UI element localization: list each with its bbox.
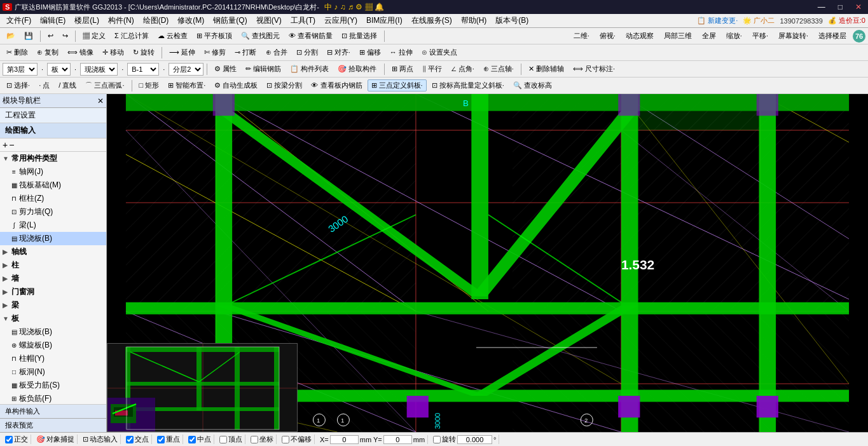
- toolbar-fullscreen[interactable]: 全屏: [698, 30, 720, 43]
- toolbar-undo[interactable]: ↩: [44, 30, 57, 41]
- two-point-btn[interactable]: ⊞ 两点: [388, 63, 417, 75]
- menu-floor[interactable]: 楼层(L): [71, 14, 103, 27]
- status-ortho[interactable]: 正交: [3, 435, 31, 444]
- minimap[interactable]: [107, 343, 298, 432]
- menu-view[interactable]: 视图(V): [252, 14, 286, 27]
- dimension-btn[interactable]: ⟺ 尺寸标注·: [569, 63, 619, 75]
- status-dynamic[interactable]: ⊡ 动态输入: [80, 435, 121, 444]
- sidebar-minus-icon[interactable]: −: [9, 140, 14, 150]
- sidebar-single[interactable]: 单构件输入: [0, 404, 106, 418]
- view-rebar-btn[interactable]: 👁 查看板内钢筋: [307, 79, 366, 91]
- split-by-beam-btn[interactable]: ⊡ 按梁分割: [263, 79, 306, 91]
- midpoint-check[interactable]: [188, 436, 196, 443]
- tree-slab-neg[interactable]: ⊞ 板负筋(F): [0, 392, 106, 404]
- intersection-check[interactable]: [126, 436, 134, 443]
- move-btn[interactable]: ✛ 移动: [99, 46, 128, 58]
- title-controls[interactable]: — □ ✕: [814, 3, 865, 11]
- toolbar-save[interactable]: 💾: [20, 30, 37, 41]
- y-input[interactable]: [383, 435, 412, 444]
- tree-slab-rebar[interactable]: ▦ 板受力筋(S): [0, 379, 106, 392]
- menu-modify[interactable]: 修改(M): [174, 14, 208, 27]
- toolbar-flatten[interactable]: ⊞ 平齐板顶: [193, 30, 236, 42]
- line-btn[interactable]: / 直线: [55, 79, 80, 91]
- merge-btn[interactable]: ⊕ 合并: [262, 46, 291, 58]
- tree-spiral-slab[interactable]: ⊛ 螺旋板(B): [0, 339, 106, 352]
- sidebar-section-draw[interactable]: 绘图输入: [0, 123, 106, 139]
- tree-col[interactable]: ▶ 柱: [0, 259, 106, 272]
- status-coord[interactable]: 坐标: [248, 435, 277, 444]
- tree-column[interactable]: ⊓ 框柱(Z): [0, 192, 106, 205]
- tree-beams[interactable]: ▶ 梁: [0, 299, 106, 312]
- sidebar-section-settings[interactable]: 工程设置: [0, 108, 106, 123]
- status-vertex[interactable]: 顶点: [217, 435, 245, 444]
- menu-tools[interactable]: 工具(T): [287, 14, 319, 27]
- status-intersection[interactable]: 交点: [123, 435, 152, 444]
- slope-btn[interactable]: ⊞ 三点定义斜板·: [368, 79, 427, 91]
- align-btn[interactable]: ⊟ 对齐·: [323, 46, 354, 58]
- rotate-check[interactable]: [433, 436, 441, 443]
- copy-btn[interactable]: ⊕ 复制: [33, 46, 62, 58]
- tree-slab-common[interactable]: ▤ 现浇板(B): [0, 232, 106, 245]
- tree-axis[interactable]: ≡ 轴网(J): [0, 165, 106, 179]
- layer-select[interactable]: 分层2 分层1: [169, 63, 203, 76]
- stretch-btn[interactable]: ↔ 拉伸: [386, 46, 417, 58]
- cad-canvas-area[interactable]: B 3000 1.532 .690 .690 tE 1 1 2 3000: [107, 94, 868, 432]
- toolbar-rotate[interactable]: 屏幕旋转·: [775, 30, 812, 43]
- rotate-btn[interactable]: ↻ 旋转: [129, 46, 158, 58]
- toolbar-summary[interactable]: Σ 汇总计算: [111, 30, 153, 42]
- split-btn[interactable]: ⊡ 分割: [293, 46, 322, 58]
- batch-slope-btn[interactable]: ⊡ 按标高批量定义斜板·: [428, 79, 508, 91]
- code-select[interactable]: B-1 B-2: [127, 63, 159, 76]
- maximize-btn[interactable]: □: [834, 3, 846, 11]
- menu-file[interactable]: 文件(F): [3, 14, 35, 27]
- toolbar-find[interactable]: 🔍 查找图元: [237, 30, 284, 42]
- parallel-btn[interactable]: ∥ 平行: [418, 63, 446, 75]
- tree-column-cap[interactable]: ⊓ 柱帽(Y): [0, 352, 106, 365]
- toolbar-select-floor[interactable]: 选择楼层: [815, 30, 850, 43]
- mirror-btn[interactable]: ⟺ 镜像: [64, 46, 97, 58]
- status-endpoint[interactable]: 重点: [155, 435, 183, 444]
- tree-axisline[interactable]: ▶ 轴线: [0, 245, 106, 259]
- coord-check[interactable]: [251, 436, 258, 443]
- toolbar-cloud-check[interactable]: ☁ 云检查: [154, 30, 191, 42]
- tree-beam[interactable]: ∫ 梁(L): [0, 219, 106, 232]
- property-btn[interactable]: ⚙ 属性: [210, 63, 240, 75]
- toolbar-open[interactable]: 📂: [3, 30, 19, 41]
- status-nooffset[interactable]: 不偏移: [279, 435, 315, 444]
- tree-doorwindow[interactable]: ▶ 门窗洞: [0, 285, 106, 299]
- select-btn[interactable]: ⊡ 选择·: [3, 79, 34, 91]
- arc-btn[interactable]: ⌒ 三点画弧·: [81, 79, 128, 91]
- new-change-btn[interactable]: 📋 新建变更·: [697, 16, 738, 25]
- offset-btn[interactable]: ⊞ 偏移: [355, 46, 385, 58]
- sidebar-add-icon[interactable]: +: [3, 140, 8, 150]
- menu-draw[interactable]: 绘图(D): [139, 14, 173, 27]
- rect-btn[interactable]: □ 矩形: [135, 79, 163, 91]
- subtype-select[interactable]: 现浇板 螺旋板: [80, 63, 118, 76]
- x-input[interactable]: [330, 435, 359, 444]
- smart-arrange-btn[interactable]: ⊞ 智能布置·: [164, 79, 209, 91]
- tree-foundation[interactable]: ▦ 筏板基础(M): [0, 179, 106, 192]
- pick-component-btn[interactable]: 🎯 拾取构件: [334, 63, 380, 75]
- sidebar-close[interactable]: ✕: [97, 97, 104, 105]
- tree-wall[interactable]: ▶ 墙: [0, 272, 106, 285]
- toolbar-batch-select[interactable]: ⊡ 批量选择: [338, 30, 381, 42]
- three-axis-btn[interactable]: ⊕ 三点轴·: [479, 63, 518, 75]
- status-snap[interactable]: 🎯 对象捕捉: [34, 435, 78, 444]
- vertex-check[interactable]: [219, 436, 227, 443]
- trim-btn[interactable]: ✄ 修剪: [200, 46, 230, 58]
- toolbar-topview[interactable]: 俯视·: [596, 30, 619, 43]
- tree-slab-hole[interactable]: □ 板洞(N): [0, 365, 106, 379]
- check-height-btn[interactable]: 🔍 查改标高: [509, 79, 556, 91]
- menu-help[interactable]: 帮助(H): [457, 14, 491, 27]
- rotate-input[interactable]: [457, 435, 492, 444]
- toolbar-view-rebar[interactable]: 👁 查看钢筋量: [285, 30, 336, 42]
- tree-slabs[interactable]: ▼ 板: [0, 312, 106, 325]
- menu-cloud[interactable]: 云应用(Y): [320, 14, 361, 27]
- floor-select[interactable]: 第3层 第2层 第1层: [3, 63, 38, 76]
- sidebar-report[interactable]: 报表预览: [0, 418, 106, 432]
- auto-gen-btn[interactable]: ⚙ 自动生成板: [210, 79, 261, 91]
- ortho-check[interactable]: [5, 436, 13, 443]
- toolbar-define[interactable]: ▦ 定义: [79, 30, 109, 42]
- toolbar-2d[interactable]: 二维·: [570, 30, 593, 43]
- menu-version[interactable]: 版本号(B): [492, 14, 532, 27]
